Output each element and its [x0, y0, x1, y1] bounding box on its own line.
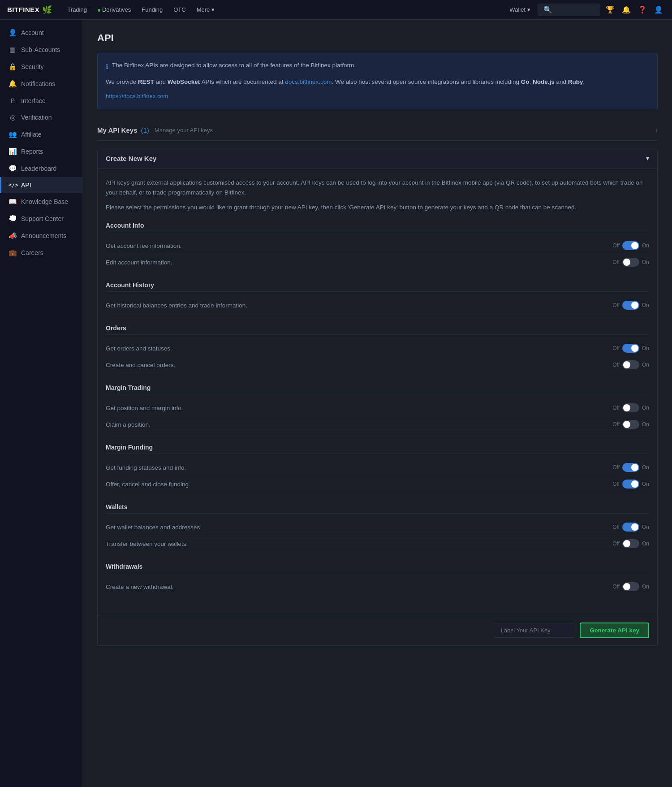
toggle-0-1[interactable]: [622, 258, 639, 267]
sidebar-item-careers[interactable]: 💼 Careers: [0, 244, 82, 261]
toggle-track-5-1: [622, 539, 639, 548]
perm-label-5-1: Transfer between your wallets.: [106, 541, 188, 547]
toggle-on-text-0-0: On: [642, 242, 649, 249]
info-box-header: ℹ The Bitfinex APIs are designed to allo…: [106, 61, 649, 73]
sidebar-label-careers: Careers: [21, 249, 43, 256]
toggle-4-0[interactable]: [622, 463, 639, 472]
perm-category-withdrawals: WithdrawalsCreate a new withdrawal.OffOn: [106, 563, 649, 595]
permissions-section: Account InfoGet account fee information.…: [106, 222, 649, 595]
perm-category-title-5: Wallets: [106, 503, 649, 514]
full-docs-link[interactable]: https://docs.bitfinex.com: [106, 91, 649, 101]
perm-category-title-4: Margin Funding: [106, 444, 649, 454]
perm-row-0-0: Get account fee information.OffOn: [106, 238, 649, 254]
create-key-header[interactable]: Create New Key: [98, 148, 657, 169]
create-key-panel: Create New Key API keys grant external a…: [97, 148, 658, 646]
toggle-track-2-1: [622, 360, 639, 369]
toggle-on-text-0-1: On: [642, 259, 649, 265]
help-icon[interactable]: ❓: [636, 4, 649, 16]
account-icon: 👤: [9, 29, 17, 37]
sidebar-label-api: API: [21, 182, 31, 189]
perm-label-2-1: Create and cancel orders.: [106, 362, 175, 368]
perm-label-2-0: Get orders and statuses.: [106, 345, 172, 352]
toggle-track-1-0: [622, 301, 639, 310]
generate-api-key-button[interactable]: Generate API key: [580, 623, 649, 638]
wallet-button[interactable]: Wallet ▾: [506, 4, 534, 15]
toggle-3-1[interactable]: [622, 420, 639, 429]
api-key-label-input[interactable]: [494, 623, 574, 638]
toggle-4-1[interactable]: [622, 480, 639, 489]
info-circle-icon: ℹ: [106, 61, 108, 73]
toggle-off-text-5-0: Off: [612, 524, 620, 530]
topnav-funding[interactable]: Funding: [137, 4, 167, 16]
api-keys-chevron[interactable]: [655, 126, 658, 134]
perm-label-6-0: Create a new withdrawal.: [106, 584, 174, 590]
api-keys-subtitle: Manage your API keys: [155, 127, 213, 134]
toggle-thumb-4-1: [631, 480, 638, 488]
toggle-3-0[interactable]: [622, 403, 639, 412]
toggle-group-4-0: OffOn: [612, 463, 649, 472]
sub-accounts-icon: ▦: [9, 46, 17, 54]
toggle-0-0[interactable]: [622, 241, 639, 250]
toggle-2-0[interactable]: [622, 344, 639, 353]
perm-category-title-0: Account Info: [106, 222, 649, 232]
toggle-thumb-5-1: [623, 540, 630, 547]
user-icon[interactable]: 👤: [652, 4, 665, 16]
toggle-track-4-0: [622, 463, 639, 472]
toggle-6-0[interactable]: [622, 582, 639, 591]
toggle-1-0[interactable]: [622, 301, 639, 310]
sidebar-item-notifications[interactable]: 🔔 Notifications: [0, 75, 82, 92]
logo[interactable]: BITFINEX 🌿: [7, 5, 52, 15]
create-key-body: API keys grant external applications cus…: [98, 169, 657, 615]
toggle-group-5-0: OffOn: [612, 523, 649, 532]
topnav-trading[interactable]: Trading: [63, 4, 91, 16]
perm-category-title-2: Orders: [106, 324, 649, 335]
sidebar-item-knowledge-base[interactable]: 📖 Knowledge Base: [0, 193, 82, 210]
perm-label-5-0: Get wallet balances and addresses.: [106, 524, 202, 531]
sidebar-item-affiliate[interactable]: 👥 Affiliate: [0, 126, 82, 143]
page-title: API: [97, 32, 658, 44]
topnav-otc[interactable]: OTC: [169, 4, 190, 16]
toggle-5-1[interactable]: [622, 539, 639, 548]
sidebar-item-leaderboard[interactable]: 💬 Leaderboard: [0, 160, 82, 177]
toggle-thumb-0-0: [631, 242, 638, 249]
sidebar-item-interface[interactable]: 🖥 Interface: [0, 92, 82, 109]
my-api-keys-header: My API Keys (1) Manage your API keys: [97, 120, 658, 141]
sidebar-item-announcements[interactable]: 📣 Announcements: [0, 227, 82, 244]
topnav-more[interactable]: More ▾: [192, 4, 219, 16]
sidebar-item-reports[interactable]: 📊 Reports: [0, 143, 82, 160]
toggle-track-3-1: [622, 420, 639, 429]
sidebar-item-support-center[interactable]: 💭 Support Center: [0, 210, 82, 227]
perm-label-0-0: Get account fee information.: [106, 242, 182, 249]
search-box[interactable]: 🔍: [538, 4, 600, 16]
sidebar-item-security[interactable]: 🔒 Security: [0, 58, 82, 75]
sidebar-item-verification[interactable]: ◎ Verification: [0, 109, 82, 126]
api-icon: </>: [9, 182, 17, 188]
api-keys-count: (1): [141, 126, 149, 134]
toggle-off-text-2-0: Off: [612, 345, 620, 351]
toggle-group-6-0: OffOn: [612, 582, 649, 591]
sidebar-item-sub-accounts[interactable]: ▦ Sub-Accounts: [0, 41, 82, 58]
topnav-derivatives[interactable]: Derivatives: [93, 4, 135, 16]
perm-row-6-0: Create a new withdrawal.OffOn: [106, 579, 649, 595]
sidebar-label-support-center: Support Center: [21, 215, 64, 222]
knowledge-base-icon: 📖: [9, 198, 17, 206]
toggle-track-3-0: [622, 403, 639, 412]
bell-icon[interactable]: 🔔: [620, 4, 633, 16]
toggle-2-1[interactable]: [622, 360, 639, 369]
docs-link[interactable]: docs.bitfinex.com: [285, 78, 332, 85]
toggle-5-0[interactable]: [622, 523, 639, 532]
perm-category-orders: OrdersGet orders and statuses.OffOnCreat…: [106, 324, 649, 373]
create-key-title: Create New Key: [106, 155, 156, 162]
trophy-icon[interactable]: 🏆: [604, 4, 616, 16]
toggle-off-text-2-1: Off: [612, 362, 620, 368]
sidebar-item-api[interactable]: </> API: [0, 177, 82, 193]
toggle-thumb-6-0: [623, 583, 630, 590]
derivatives-dot: [98, 9, 100, 12]
toggle-off-text-0-1: Off: [612, 259, 620, 265]
info-header-text: The Bitfinex APIs are designed to allow …: [112, 61, 356, 71]
toggle-off-text-3-0: Off: [612, 405, 620, 411]
toggle-thumb-1-0: [631, 302, 638, 309]
sidebar-item-account[interactable]: 👤 Account: [0, 24, 82, 41]
interface-icon: 🖥: [9, 97, 17, 104]
perm-label-1-0: Get historical balances entries and trad…: [106, 302, 247, 309]
